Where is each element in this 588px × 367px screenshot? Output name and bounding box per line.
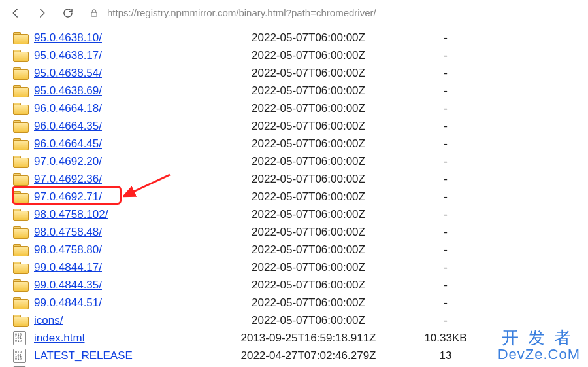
entry-link[interactable]: 95.0.4638.17/ [34, 49, 102, 61]
entry-link[interactable]: 98.0.4758.102/ [34, 208, 108, 220]
folder-icon [13, 173, 29, 185]
entry-size: - [413, 102, 478, 115]
watermark: 开发者 DevZe.CoM [498, 329, 580, 362]
svg-rect-0 [91, 12, 97, 16]
entry-date: 2022-05-07T06:00:00Z [204, 314, 413, 327]
browser-toolbar: https://registry.npmmirror.com/binary.ht… [0, 0, 588, 26]
entry-link[interactable]: 96.0.4664.35/ [34, 120, 102, 132]
entry-date: 2022-05-07T06:00:00Z [204, 296, 413, 309]
folder-icon [13, 120, 29, 132]
listing-row: 96.0.4664.18/2022-05-07T06:00:00Z- [10, 99, 588, 117]
folder-icon [13, 226, 29, 238]
entry-size: - [413, 120, 478, 133]
entry-link[interactable]: icons/ [34, 314, 63, 326]
entry-date: 2022-05-07T06:00:00Z [204, 208, 413, 221]
entry-size: - [413, 173, 478, 186]
entry-date: 2022-05-07T06:00:00Z [204, 31, 413, 44]
refresh-button[interactable] [57, 3, 78, 24]
listing-row: 97.0.4692.71/2022-05-07T06:00:00Z- [10, 188, 588, 205]
folder-icon [13, 315, 29, 326]
entry-link[interactable]: 95.0.4638.54/ [34, 67, 102, 79]
forward-button[interactable] [31, 3, 52, 24]
folder-icon [13, 67, 29, 79]
entry-link[interactable]: 99.0.4844.51/ [34, 296, 102, 309]
entry-link[interactable]: 96.0.4664.45/ [34, 137, 102, 150]
entry-date: 2022-05-07T06:00:00Z [204, 102, 413, 115]
listing-row: 96.0.4664.45/2022-05-07T06:00:00Z- [10, 135, 588, 152]
entry-date: 2022-05-07T06:00:00Z [204, 49, 413, 62]
entry-date: 2022-05-07T06:00:00Z [204, 243, 413, 256]
back-button[interactable] [5, 3, 26, 24]
entry-date: 2022-05-07T06:00:00Z [204, 84, 413, 97]
listing-row: 95.0.4638.17/2022-05-07T06:00:00Z- [10, 46, 588, 64]
lock-icon [89, 8, 99, 18]
entry-date: 2022-04-27T07:02:46.279Z [204, 349, 413, 362]
folder-icon [13, 156, 29, 167]
entry-link[interactable]: 99.0.4844.17/ [34, 261, 102, 273]
entry-date: 2022-05-07T06:00:00Z [204, 120, 413, 133]
entry-size: - [413, 279, 478, 292]
entry-date: 2022-05-07T06:00:00Z [204, 279, 413, 292]
listing-row: 99.0.4844.35/2022-05-07T06:00:00Z- [10, 276, 588, 294]
folder-icon [13, 103, 29, 114]
entry-size: - [413, 31, 478, 44]
folder-icon [13, 262, 29, 273]
entry-link[interactable]: 98.0.4758.48/ [34, 226, 102, 238]
listing-row: 95.0.4638.54/2022-05-07T06:00:00Z- [10, 64, 588, 82]
entry-size: - [413, 137, 478, 150]
entry-link[interactable]: 97.0.4692.36/ [34, 173, 102, 185]
arrow-right-icon [36, 7, 48, 19]
entry-date: 2022-05-07T06:00:00Z [204, 137, 413, 150]
directory-listing: 95.0.4638.10/2022-05-07T06:00:00Z-95.0.4… [0, 26, 588, 367]
entry-size: 13 [413, 349, 478, 362]
watermark-line2: DevZe.CoM [498, 347, 580, 362]
entry-link[interactable]: 97.0.4692.71/ [34, 190, 102, 203]
listing-row: 99.0.4844.17/2022-05-07T06:00:00Z- [10, 258, 588, 276]
entry-link[interactable]: 95.0.4638.10/ [34, 31, 102, 44]
entry-date: 2022-05-07T06:00:00Z [204, 261, 413, 274]
entry-size: - [413, 243, 478, 256]
entry-size: - [413, 84, 478, 97]
listing-row: 97.0.4692.20/2022-05-07T06:00:00Z- [10, 152, 588, 170]
entry-date: 2022-05-07T06:00:00Z [204, 190, 413, 203]
listing-row: 95.0.4638.69/2022-05-07T06:00:00Z- [10, 82, 588, 99]
entry-size: 10.33KB [413, 332, 478, 345]
folder-icon [13, 279, 29, 291]
folder-icon [13, 297, 29, 309]
entry-link[interactable]: 99.0.4844.35/ [34, 279, 102, 291]
entry-date: 2022-05-07T06:00:00Z [204, 155, 413, 168]
folder-icon [13, 138, 29, 150]
listing-row: 98.0.4758.80/2022-05-07T06:00:00Z- [10, 241, 588, 258]
entry-size: - [413, 49, 478, 62]
arrow-left-icon [10, 7, 22, 19]
entry-size: - [413, 226, 478, 239]
entry-date: 2022-05-07T06:00:00Z [204, 226, 413, 239]
folder-icon [13, 32, 29, 44]
entry-link[interactable]: LATEST_RELEASE [34, 349, 133, 362]
folder-icon [13, 209, 29, 220]
entry-size: - [413, 67, 478, 80]
entry-size: - [413, 314, 478, 327]
entry-link[interactable]: index.html [34, 332, 84, 344]
listing-row: 96.0.4664.35/2022-05-07T06:00:00Z- [10, 117, 588, 135]
folder-icon [13, 191, 29, 203]
entry-link[interactable]: 96.0.4664.18/ [34, 102, 102, 114]
folder-icon [13, 50, 29, 61]
entry-link[interactable]: 98.0.4758.80/ [34, 243, 102, 256]
watermark-line1: 开发者 [498, 329, 580, 347]
folder-icon [13, 244, 29, 256]
entry-size: - [413, 261, 478, 274]
listing-row: 95.0.4638.10/2022-05-07T06:00:00Z- [10, 29, 588, 46]
entry-date: 2022-05-07T06:00:00Z [204, 67, 413, 80]
entry-size: - [413, 296, 478, 309]
entry-size: - [413, 190, 478, 203]
address-bar-url[interactable]: https://registry.npmmirror.com/binary.ht… [107, 7, 583, 18]
listing-row: 99.0.4844.51/2022-05-07T06:00:00Z- [10, 294, 588, 311]
file-icon [13, 331, 26, 345]
listing-row: 98.0.4758.102/2022-05-07T06:00:00Z- [10, 205, 588, 223]
entry-size: - [413, 208, 478, 221]
entry-link[interactable]: 95.0.4638.69/ [34, 84, 102, 97]
entry-link[interactable]: 97.0.4692.20/ [34, 155, 102, 167]
listing-row: icons/2022-05-07T06:00:00Z- [10, 311, 588, 329]
listing-row: 98.0.4758.48/2022-05-07T06:00:00Z- [10, 223, 588, 241]
